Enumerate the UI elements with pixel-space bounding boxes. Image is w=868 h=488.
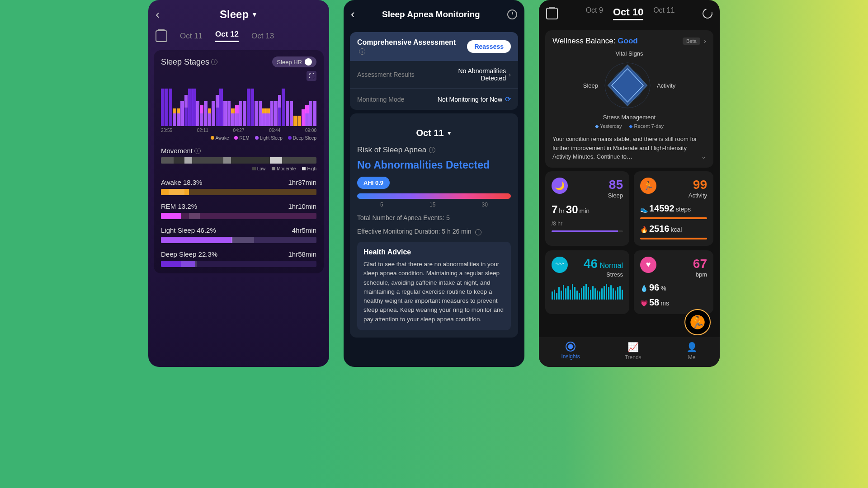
reassess-button[interactable]: Reassess [467, 40, 511, 53]
wellness-card[interactable]: Wellness Balance: Good Beta › Vital Sign… [545, 30, 713, 168]
svg-marker-2 [608, 65, 647, 106]
stage-row: Deep Sleep 22.3% 1hr58min [161, 250, 316, 267]
page-title-dropdown[interactable]: Sleep ▼ [220, 8, 258, 21]
chevron-right-icon: › [509, 71, 511, 78]
sleep-tile[interactable]: 🌙 85 Sleep 7hr 30min /8 hr [545, 171, 629, 246]
header: ‹ Sleep Apnea Monitoring [344, 0, 524, 28]
wellness-title: Wellness Balance: Good [552, 37, 638, 46]
beta-badge: Beta [683, 38, 700, 45]
bottom-nav: Insights 📈 Trends 👤 Me [539, 337, 720, 367]
movement-legend: LowModerateHigh [161, 166, 316, 171]
toggle-knob-icon [305, 58, 312, 66]
expand-icon[interactable]: ⛶ [307, 71, 316, 81]
assessment-title: Comprehensive Assessment i [357, 38, 463, 55]
wellness-description: Your condition remains stable, and there… [552, 135, 706, 161]
ahi-badge: AHI 0.9 [357, 177, 390, 189]
ahi-ticks: 51530 [357, 202, 511, 208]
results-value: No Abnormalities Detected [443, 67, 506, 82]
stage-row: Awake 18.3% 1hr37min [161, 178, 316, 195]
stages-title: Sleep Stages i [161, 57, 217, 67]
page-title: Sleep Apnea Monitoring [360, 9, 502, 19]
info-icon[interactable]: i [359, 48, 365, 55]
insights-screen: Oct 9 Oct 10 Oct 11 Wellness Balance: Go… [539, 0, 720, 367]
stress-tile[interactable]: 〰 46 Normal Stress [545, 250, 629, 314]
calendar-icon[interactable] [546, 8, 558, 19]
heart-tile[interactable]: ♥ 67 bpm 💧 96 % 💗 58 ms [634, 250, 713, 314]
risk-title: Risk of Sleep Apnea i [357, 145, 511, 155]
chart-legend: AwakeREMLight SleepDeep Sleep [161, 136, 316, 141]
wave-icon: 〰 [552, 257, 568, 273]
page-title: Sleep [220, 8, 249, 21]
sleep-hr-toggle[interactable]: Sleep HR [272, 56, 316, 67]
date-oct-12[interactable]: Oct 12 [215, 30, 239, 42]
assessment-header: Comprehensive Assessment i Reassess [350, 32, 518, 61]
total-events: Total Number of Apnea Events: 5 [357, 214, 511, 221]
date-oct-11[interactable]: Oct 11 [180, 32, 203, 41]
sleep-detail-screen: ‹ Sleep ▼ Oct 11 Oct 12 Oct 13 Sleep Sta… [148, 0, 329, 367]
history-icon[interactable] [507, 9, 517, 19]
assessment-results-row[interactable]: Assessment Results No Abnormalities Dete… [350, 61, 518, 89]
movement-label: Movement [161, 147, 193, 155]
info-icon[interactable]: i [211, 59, 217, 65]
date-oct-9[interactable]: Oct 9 [586, 6, 603, 20]
refresh-icon[interactable] [701, 6, 714, 20]
results-label: Assessment Results [357, 71, 415, 78]
chart-x-axis: 23:5502:1104:2706:4409:00 [161, 128, 316, 133]
chevron-down-icon: ▼ [447, 130, 452, 136]
info-icon[interactable]: i [429, 147, 435, 153]
nav-insights[interactable]: Insights [561, 342, 580, 361]
nav-me[interactable]: 👤 Me [686, 342, 698, 361]
insights-icon [566, 342, 576, 352]
back-icon[interactable]: ‹ [351, 7, 355, 21]
header: Oct 9 Oct 10 Oct 11 [539, 0, 720, 27]
stage-row: Light Sleep 46.2% 4hr5min [161, 226, 316, 243]
movement-section: Movement i LowModerateHigh [161, 147, 316, 171]
date-dropdown[interactable]: Oct 11 ▼ [357, 121, 511, 145]
advice-text: Glad to see that there are no abnormalit… [363, 260, 505, 324]
running-icon: 🏃 [640, 178, 656, 194]
sleep-apnea-screen: ‹ Sleep Apnea Monitoring Comprehensive A… [344, 0, 524, 367]
monitoring-duration: Effective Monitoring Duration: 5 h 26 mi… [357, 228, 511, 235]
monitoring-mode-row[interactable]: Monitoring Mode Not Monitoring for Now ⟳ [350, 89, 518, 110]
header: ‹ Sleep ▼ [148, 0, 329, 26]
activity-fab[interactable]: 🏃 [684, 309, 711, 335]
stage-row: REM 13.2% 1hr10min [161, 202, 316, 219]
metrics-grid: 🌙 85 Sleep 7hr 30min /8 hr 🏃 99 Activity [545, 171, 713, 314]
stress-sparkline [552, 283, 623, 300]
advice-title: Health Advice [363, 248, 505, 256]
movement-bar [161, 157, 316, 164]
date-oct-10[interactable]: Oct 10 [613, 6, 643, 20]
back-icon[interactable]: ‹ [156, 7, 160, 22]
chevron-right-icon: › [704, 37, 706, 45]
date-selector: Oct 11 Oct 12 Oct 13 [148, 26, 329, 46]
assessment-card: Comprehensive Assessment i Reassess Asse… [350, 32, 518, 110]
mode-label: Monitoring Mode [357, 96, 404, 103]
sleep-stages-card: Sleep Stages i Sleep HR ⛶ 23:5502:1104:2… [154, 50, 324, 273]
ahi-scale [357, 193, 511, 199]
sleep-stages-chart[interactable] [161, 84, 316, 126]
risk-result: No Abnormalities Detected [357, 159, 511, 171]
chevron-down-icon: ▼ [251, 11, 258, 18]
person-icon: 👤 [686, 342, 698, 352]
radar-chart: Vital Signs Sleep Activity Stress Manage… [552, 50, 706, 129]
nav-trends[interactable]: 📈 Trends [625, 342, 642, 361]
calendar-icon[interactable] [156, 30, 167, 42]
info-icon[interactable]: i [194, 148, 201, 154]
mode-value: Not Monitoring for Now [438, 96, 502, 103]
health-advice-card: Health Advice Glad to see that there are… [357, 242, 511, 330]
trends-icon: 📈 [627, 342, 639, 352]
heart-icon: ♥ [640, 257, 656, 273]
date-selector: Oct 9 Oct 10 Oct 11 [565, 6, 695, 20]
date-oct-13[interactable]: Oct 13 [251, 32, 274, 41]
activity-tile[interactable]: 🏃 99 Activity 👟 14592 steps 🔥 2516 kcal [634, 171, 713, 246]
date-oct-11[interactable]: Oct 11 [653, 6, 675, 20]
refresh-icon: ⟳ [505, 95, 511, 103]
risk-card: Oct 11 ▼ Risk of Sleep Apnea i No Abnorm… [350, 113, 518, 338]
moon-icon: 🌙 [552, 178, 568, 194]
info-icon[interactable]: i [475, 229, 481, 235]
expand-icon[interactable]: ⌄ [701, 152, 706, 161]
